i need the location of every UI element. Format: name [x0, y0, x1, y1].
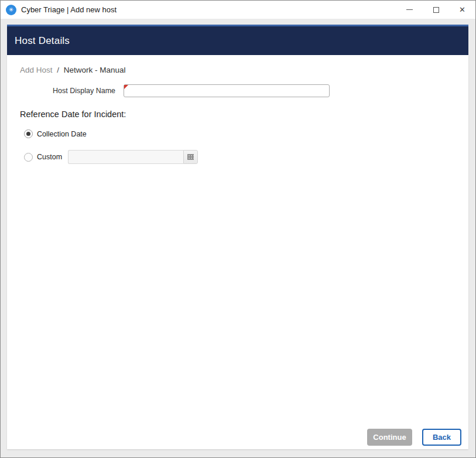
- close-button[interactable]: ✕: [449, 1, 475, 19]
- window-body: Host Details Add Host / Network - Manual…: [1, 19, 475, 457]
- breadcrumb-current: Network - Manual: [64, 66, 126, 74]
- custom-date-input-group: [68, 150, 198, 164]
- collection-date-radio-label[interactable]: Collection Date: [37, 130, 87, 138]
- host-display-name-input-wrap: [124, 84, 330, 97]
- collection-date-radio[interactable]: [24, 129, 33, 138]
- cyber-triage-logo-icon: ✳: [6, 5, 16, 15]
- close-icon: ✕: [459, 6, 465, 13]
- minimize-icon: [406, 9, 413, 10]
- back-button[interactable]: Back: [422, 429, 461, 446]
- custom-date-option: Custom: [24, 150, 468, 164]
- host-display-name-row: Host Display Name: [7, 84, 468, 97]
- maximize-button[interactable]: [423, 1, 449, 19]
- panel-header: Host Details: [7, 25, 468, 55]
- custom-date-radio[interactable]: [24, 153, 33, 162]
- collection-date-option: Collection Date: [24, 129, 468, 138]
- breadcrumb-add-host[interactable]: Add Host: [20, 66, 53, 74]
- minimize-button[interactable]: [396, 1, 423, 19]
- custom-date-radio-label[interactable]: Custom: [37, 153, 62, 161]
- continue-button[interactable]: Continue: [367, 429, 412, 446]
- add-host-window: ✳ Cyber Triage | Add new host ✕ Host Det…: [0, 0, 476, 458]
- breadcrumb-separator: /: [57, 66, 59, 74]
- footer-actions: Continue Back: [367, 429, 461, 446]
- content-card: Add Host / Network - Manual Host Display…: [7, 55, 468, 449]
- titlebar: ✳ Cyber Triage | Add new host ✕: [1, 1, 475, 19]
- required-marker-icon: [124, 85, 128, 89]
- window-title: Cyber Triage | Add new host: [21, 5, 117, 14]
- host-display-name-input[interactable]: [124, 84, 330, 97]
- host-display-name-label: Host Display Name: [7, 87, 115, 95]
- custom-date-input[interactable]: [68, 150, 183, 164]
- page-title: Host Details: [15, 35, 70, 47]
- breadcrumb: Add Host / Network - Manual: [20, 66, 468, 74]
- calendar-icon: [187, 154, 194, 160]
- calendar-picker-button[interactable]: [183, 150, 198, 164]
- reference-date-label: Reference Date for Incident:: [20, 110, 468, 119]
- maximize-icon: [433, 7, 439, 13]
